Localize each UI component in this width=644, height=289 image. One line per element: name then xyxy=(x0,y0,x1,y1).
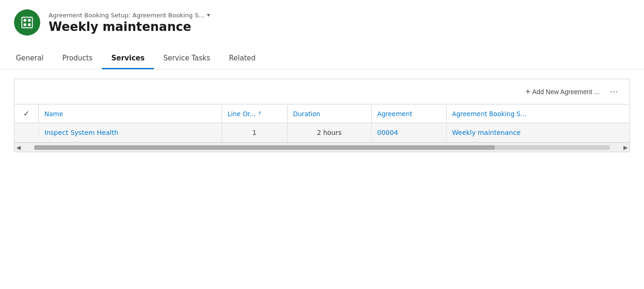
tab-related[interactable]: Related xyxy=(220,49,265,69)
column-header-agreement-booking[interactable]: Agreement Booking S... xyxy=(447,105,630,122)
scroll-track xyxy=(34,145,610,150)
tab-service-tasks[interactable]: Service Tasks xyxy=(154,49,219,69)
tab-products[interactable]: Products xyxy=(53,49,102,69)
add-new-button[interactable]: + Add New Agreement ... xyxy=(523,86,602,98)
page-title: Weekly maintenance xyxy=(49,20,210,34)
column-header-name[interactable]: Name xyxy=(39,105,222,122)
row-agreement-cell[interactable]: 00004 xyxy=(372,123,447,142)
main-content: + Add New Agreement ... ··· ✓ Name Line … xyxy=(0,69,644,162)
scroll-thumb xyxy=(34,145,495,150)
table-row: Inspect System Health 1 2 hours 00004 We… xyxy=(14,123,630,142)
row-check-cell[interactable] xyxy=(14,127,39,138)
agreement-booking-icon xyxy=(20,15,34,30)
more-options-button[interactable]: ··· xyxy=(606,85,622,98)
column-header-agreement[interactable]: Agreement xyxy=(372,105,447,122)
row-duration-cell: 2 hours xyxy=(288,123,372,142)
svg-rect-3 xyxy=(24,23,27,26)
scroll-left-button[interactable]: ◀ xyxy=(16,144,21,151)
column-header-check[interactable]: ✓ xyxy=(14,104,39,123)
header-text: Agreement Booking Setup: Agreement Booki… xyxy=(49,12,210,34)
add-new-label: Add New Agreement ... xyxy=(532,88,600,96)
tab-services[interactable]: Services xyxy=(102,49,154,69)
page-header: Agreement Booking Setup: Agreement Booki… xyxy=(0,0,644,40)
grid-toolbar: + Add New Agreement ... ··· xyxy=(14,79,630,104)
row-line-order-cell: 1 xyxy=(222,123,288,142)
column-header-line-order[interactable]: Line Or... ↑ xyxy=(222,105,288,122)
scroll-right-button[interactable]: ▶ xyxy=(623,144,628,151)
grid-header: ✓ Name Line Or... ↑ Duration Agreement A… xyxy=(14,104,630,123)
add-plus-icon: + xyxy=(526,88,531,96)
svg-rect-4 xyxy=(28,23,31,26)
svg-rect-0 xyxy=(22,17,33,28)
row-name-cell[interactable]: Inspect System Health xyxy=(39,123,222,142)
breadcrumb-chevron[interactable]: ▾ xyxy=(207,12,210,18)
svg-rect-1 xyxy=(24,19,27,22)
horizontal-scrollbar[interactable]: ◀ ▶ xyxy=(14,142,630,152)
column-header-duration[interactable]: Duration xyxy=(288,105,372,122)
breadcrumb[interactable]: Agreement Booking Setup: Agreement Booki… xyxy=(49,12,210,19)
tab-general[interactable]: General xyxy=(14,49,53,69)
row-agreement-booking-cell[interactable]: Weekly maintenance xyxy=(447,123,630,142)
grid-container: + Add New Agreement ... ··· ✓ Name Line … xyxy=(14,79,630,152)
nav-tabs: General Products Services Service Tasks … xyxy=(0,49,644,69)
breadcrumb-text: Agreement Booking Setup: Agreement Booki… xyxy=(49,12,204,19)
sort-arrow-icon: ↑ xyxy=(258,111,262,117)
svg-rect-2 xyxy=(28,19,31,22)
app-icon xyxy=(14,9,40,36)
